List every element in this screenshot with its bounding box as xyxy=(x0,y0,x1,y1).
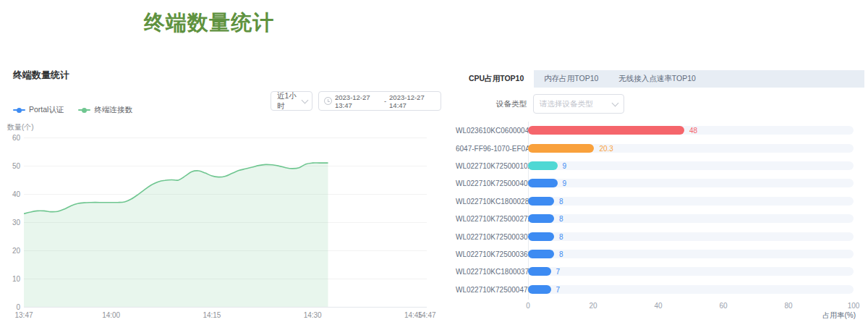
chart-legend: Portal认证 终端连接数 xyxy=(13,105,132,115)
bar-fill xyxy=(528,179,558,187)
time-range-value: 近1小时 xyxy=(277,91,302,111)
clock-icon xyxy=(324,97,332,105)
bar-value-label: 8 xyxy=(559,232,563,240)
date-end-value: 2023-12-27 14:47 xyxy=(389,93,435,109)
bar-row: 6047-FF96-1070-EF0A20.3 xyxy=(456,139,868,156)
performance-tab-bar: CPU占用TOP10内存占用TOP10无线接入点速率TOP10 xyxy=(459,70,864,88)
bar-fill xyxy=(528,144,594,153)
bar-fill xyxy=(528,267,551,276)
bar-value-label: 48 xyxy=(689,127,697,135)
y-axis-name: 数量(个) xyxy=(7,122,34,132)
legend-item-1[interactable]: 终端连接数 xyxy=(78,105,132,115)
date-start-value: 2023-12-27 13:47 xyxy=(335,93,381,109)
device-name-label: WL022710KC18000280 xyxy=(456,197,524,205)
bar-track xyxy=(528,179,854,187)
tab-1[interactable]: 内存占用TOP10 xyxy=(534,70,608,88)
bar-row: WL022710KC180003727 xyxy=(456,263,868,280)
left-panel-header: 终端数量统计 xyxy=(13,69,69,82)
x-tick-label: 13:47 xyxy=(14,311,33,319)
device-type-label: 设备类型 xyxy=(496,99,527,109)
y-tick-label: 0 xyxy=(0,303,20,311)
dashboard-page: 终端数量统计 终端数量统计 近1小时 2023-12-27 13:47 - 20… xyxy=(0,0,868,330)
device-type-select[interactable]: 请选择设备类型 xyxy=(533,94,624,114)
bar-value-label: 8 xyxy=(559,250,563,258)
device-name-label: WL022710KC18000372 xyxy=(456,268,524,276)
y-tick-label: 40 xyxy=(0,190,20,198)
bar-fill xyxy=(528,126,684,135)
device-name-label: WL022710K725000307 xyxy=(456,232,524,240)
bar-value-label: 7 xyxy=(556,268,561,276)
device-name-label: WL022710K725000102 xyxy=(456,162,524,170)
tab-0[interactable]: CPU占用TOP10 xyxy=(459,70,534,88)
x-tick-label: 0 xyxy=(526,302,530,310)
bar-fill xyxy=(528,250,554,258)
bar-value-label: 8 xyxy=(559,197,563,205)
device-name-label: WL022710K725000272 xyxy=(456,215,524,223)
bar-value-label: 20.3 xyxy=(599,144,613,152)
x-tick-label: 14:47 xyxy=(417,311,435,319)
x-tick-label: 80 xyxy=(784,302,792,310)
x-tick-label: 14:00 xyxy=(102,311,120,319)
device-name-label: WL023610KC06000043 xyxy=(456,127,524,135)
bar-value-label: 9 xyxy=(563,162,567,170)
bar-chart: WL023610KC06000043486047-FF96-1070-EF0A2… xyxy=(456,122,868,298)
bar-fill xyxy=(528,161,558,170)
legend-label: Portal认证 xyxy=(29,105,64,115)
device-name-label: WL022710K725000369 xyxy=(456,250,524,258)
x-tick-label: 14:15 xyxy=(203,311,221,319)
date-separator: - xyxy=(384,97,386,105)
bar-track xyxy=(528,267,854,276)
date-range-picker[interactable]: 2023-12-27 13:47 - 2023-12-27 14:47 xyxy=(318,91,441,111)
bar-row: WL022710K7250001029 xyxy=(456,157,868,174)
legend-marker-icon xyxy=(13,107,25,114)
terminal-count-panel: 终端数量统计 终端数量统计 近1小时 2023-12-27 13:47 - 20… xyxy=(0,0,456,330)
chevron-down-icon xyxy=(302,96,309,103)
device-name-label: 6047-FF96-1070-EF0A xyxy=(456,144,524,152)
chevron-down-icon xyxy=(612,99,619,106)
y-tick-label: 30 xyxy=(0,219,20,227)
x-tick-label: 100 xyxy=(848,302,860,310)
device-performance-panel: 设备性能统计 CPU占用TOP10内存占用TOP10无线接入点速率TOP10 设… xyxy=(456,0,868,330)
bar-row: WL022710K7250003698 xyxy=(456,245,868,263)
bar-value-label: 7 xyxy=(556,285,561,293)
x-tick-label: 40 xyxy=(654,302,662,310)
bar-row: WL022710K7250003078 xyxy=(456,227,868,245)
x-tick-label: 20 xyxy=(589,302,597,310)
bar-value-label: 9 xyxy=(563,179,567,187)
bar-value-label: 8 xyxy=(559,215,563,223)
y-tick-label: 20 xyxy=(0,247,20,255)
time-range-select[interactable]: 近1小时 xyxy=(271,91,312,111)
legend-item-0[interactable]: Portal认证 xyxy=(13,105,64,115)
area-chart xyxy=(24,135,427,307)
bar-track xyxy=(528,161,854,170)
bar-chart-x-axis-name: 占用率(%) xyxy=(456,310,856,321)
bar-fill xyxy=(528,285,551,294)
bar-track xyxy=(528,232,854,241)
bar-row: WL022710KC180002808 xyxy=(456,192,868,210)
y-tick-label: 60 xyxy=(0,134,20,142)
bar-fill xyxy=(528,214,554,223)
legend-marker-icon xyxy=(78,107,90,114)
bar-track xyxy=(528,214,854,223)
series-area-fill xyxy=(24,163,328,307)
bar-fill xyxy=(528,197,554,206)
y-tick-label: 50 xyxy=(0,162,20,170)
x-tick-label: 14:30 xyxy=(304,311,322,319)
bar-row: WL022710K7250004707 xyxy=(456,281,868,298)
x-tick-label: 60 xyxy=(719,302,727,310)
bar-track xyxy=(528,285,854,294)
bar-row: WL023610KC0600004348 xyxy=(456,122,868,139)
gridline xyxy=(24,307,427,308)
y-tick-label: 10 xyxy=(0,275,20,283)
device-name-label: WL022710K725000409 xyxy=(456,179,524,187)
tab-2[interactable]: 无线接入点速率TOP10 xyxy=(608,70,706,88)
bar-fill xyxy=(528,232,554,241)
legend-label: 终端连接数 xyxy=(94,105,132,115)
device-name-label: WL022710K725000470 xyxy=(456,285,524,293)
bar-row: WL022710K7250004099 xyxy=(456,174,868,192)
bar-row: WL022710K7250002728 xyxy=(456,210,868,227)
left-section-title: 终端数量统计 xyxy=(0,9,418,38)
bar-track xyxy=(528,197,854,206)
bar-track xyxy=(528,250,854,258)
device-type-placeholder: 请选择设备类型 xyxy=(540,99,593,109)
